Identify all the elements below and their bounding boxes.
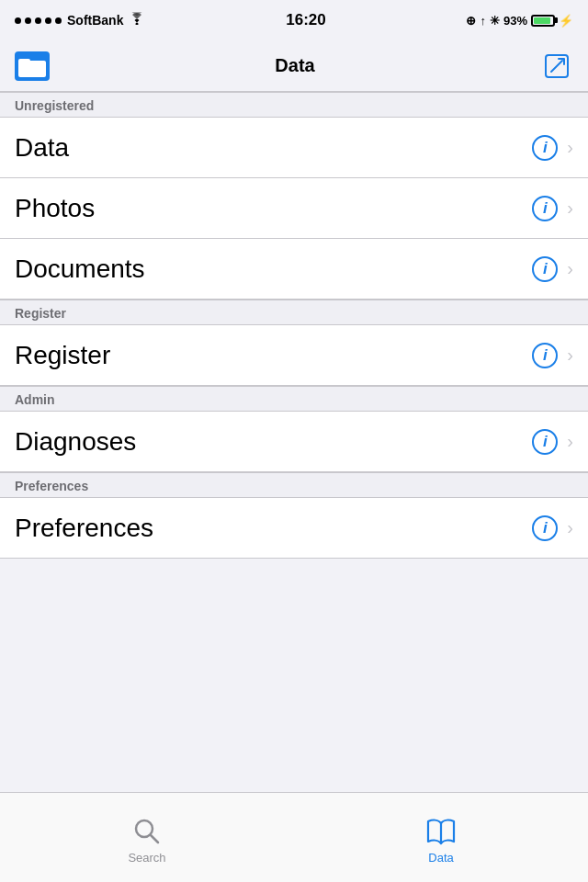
svg-line-4 [551, 61, 562, 72]
item-right: i› [532, 515, 573, 541]
lock-icon: ⊕ [466, 14, 476, 28]
item-right: i› [532, 196, 573, 221]
item-right: i› [532, 135, 573, 161]
section-header-2: Admin [0, 386, 588, 412]
chevron-icon: › [567, 198, 573, 219]
chevron-icon: › [567, 258, 573, 279]
battery-icon [531, 15, 555, 27]
svg-rect-2 [18, 59, 30, 65]
info-icon[interactable]: i [532, 515, 558, 541]
info-icon[interactable]: i [532, 135, 558, 161]
chevron-icon: › [567, 517, 573, 538]
tab-data[interactable]: Data [294, 810, 588, 865]
folder-icon [18, 55, 46, 77]
status-bar: SoftBank 16:20 ⊕ ↑ ✳ 93% ⚡ [0, 0, 588, 40]
item-label: Register [15, 341, 110, 370]
svg-line-6 [151, 835, 158, 842]
item-right: i› [532, 343, 573, 368]
list-item[interactable]: Datai› [0, 118, 588, 178]
item-label: Diagnoses [15, 427, 136, 457]
charging-icon: ⚡ [559, 14, 573, 28]
section-header-1: Register [0, 300, 588, 325]
battery-percentage: 93% [503, 14, 527, 28]
carrier-label: SoftBank [67, 13, 123, 28]
page-title: Data [275, 55, 314, 76]
chevron-icon: › [567, 137, 573, 158]
item-label: Preferences [15, 514, 153, 543]
tab-data-label: Data [428, 851, 453, 865]
list-item[interactable]: Preferencesi› [0, 498, 588, 559]
status-left: SoftBank [15, 12, 145, 28]
svg-point-0 [136, 23, 139, 26]
item-right: i› [532, 429, 573, 455]
info-icon[interactable]: i [532, 343, 558, 368]
list-item[interactable]: Diagnosesi› [0, 412, 588, 472]
tab-search[interactable]: Search [0, 810, 294, 865]
tab-search-label: Search [128, 851, 165, 865]
section-header-3: Preferences [0, 472, 588, 498]
section-header-0: Unregistered [0, 92, 588, 118]
item-label: Photos [15, 194, 95, 223]
folder-button[interactable] [15, 51, 50, 81]
signal-dots [15, 17, 62, 24]
list-item[interactable]: Documentsi› [0, 239, 588, 300]
battery-fill [534, 17, 550, 24]
bluetooth-icon: ✳ [490, 14, 500, 28]
nav-bar: Data [0, 40, 588, 92]
list-item[interactable]: Photosi› [0, 178, 588, 239]
chevron-icon: › [567, 345, 573, 366]
book-icon [425, 818, 457, 845]
info-icon[interactable]: i [532, 429, 558, 455]
list-item[interactable]: Registeri› [0, 325, 588, 386]
search-icon [133, 818, 161, 845]
location-icon: ↑ [480, 14, 486, 28]
list-content: UnregisteredDatai›Photosi›Documentsi›Reg… [0, 92, 588, 559]
tab-bar: Search Data [0, 792, 588, 882]
info-icon[interactable]: i [532, 256, 558, 282]
item-label: Data [15, 133, 69, 163]
item-right: i› [532, 256, 573, 282]
edit-icon [544, 53, 570, 79]
chevron-icon: › [567, 431, 573, 452]
status-time: 16:20 [286, 11, 325, 29]
info-icon[interactable]: i [532, 196, 558, 221]
wifi-icon [129, 12, 145, 28]
edit-button[interactable] [540, 50, 573, 83]
status-right: ⊕ ↑ ✳ 93% ⚡ [466, 14, 573, 28]
item-label: Documents [15, 254, 145, 284]
